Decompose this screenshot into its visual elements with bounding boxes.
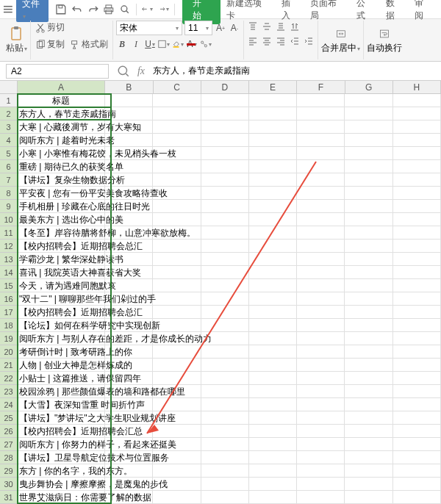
cell[interactable] xyxy=(345,292,392,306)
cell[interactable] xyxy=(393,411,441,425)
cell[interactable] xyxy=(297,213,345,226)
redo-icon[interactable] xyxy=(87,4,99,15)
cell[interactable]: 平安夜 | 您有一份平安美食攻略待查收 xyxy=(18,187,105,200)
border-icon[interactable]: ▾ xyxy=(158,38,170,50)
cell[interactable] xyxy=(201,372,249,385)
align-left-icon[interactable] xyxy=(247,35,259,47)
column-header-A[interactable]: A xyxy=(18,81,105,93)
cell[interactable]: 重磅 | 期待已久的获奖名单 xyxy=(18,160,105,173)
cell[interactable]: 【讲坛】卫星导航定位技术与位置服务 xyxy=(18,451,105,464)
cell[interactable] xyxy=(297,372,345,385)
row-header[interactable]: 16 xyxy=(0,292,17,306)
auto-wrap-icon[interactable] xyxy=(376,26,392,42)
cell[interactable]: 东方 | 你的名字，我的东方。 xyxy=(18,464,105,478)
cell[interactable] xyxy=(153,279,201,292)
cell[interactable] xyxy=(345,491,392,504)
cell[interactable]: 手机相册 | 珍藏在心底的往日时光 xyxy=(18,200,105,213)
cell[interactable] xyxy=(297,451,345,464)
cell[interactable]: 喜讯 | 我院英语大神喜获省大奖 xyxy=(18,266,105,279)
paste-icon[interactable] xyxy=(9,26,25,42)
row-header[interactable]: 21 xyxy=(0,359,17,372)
row-header[interactable]: 13 xyxy=(0,253,17,266)
cell[interactable] xyxy=(297,478,345,491)
cell[interactable] xyxy=(249,160,297,173)
cell[interactable] xyxy=(249,266,297,279)
align-right-icon[interactable] xyxy=(275,35,287,47)
cell[interactable] xyxy=(393,160,441,173)
cell[interactable] xyxy=(393,345,441,359)
row-header[interactable]: 20 xyxy=(0,345,17,359)
cell[interactable] xyxy=(393,200,441,213)
row-header[interactable]: 9 xyxy=(0,200,17,213)
row-header[interactable]: 31 xyxy=(0,491,17,504)
undo-icon[interactable] xyxy=(71,4,83,15)
cell[interactable]: 曳步舞协会 | 摩擦摩擦，是魔鬼的步伐 xyxy=(18,478,105,491)
row-header[interactable]: 11 xyxy=(0,226,17,240)
cell[interactable] xyxy=(297,107,345,120)
cell[interactable] xyxy=(393,491,441,504)
cell[interactable] xyxy=(393,173,441,187)
cell[interactable] xyxy=(297,134,345,147)
row-header[interactable]: 12 xyxy=(0,240,17,253)
underline-icon[interactable]: U▾ xyxy=(144,38,156,50)
italic-icon[interactable]: I xyxy=(130,38,142,50)
cell[interactable] xyxy=(249,187,297,200)
merge-center-icon[interactable] xyxy=(333,26,349,42)
cell[interactable] xyxy=(201,345,249,359)
row-header[interactable]: 17 xyxy=(0,306,17,319)
bold-icon[interactable]: B xyxy=(116,38,128,50)
row-header[interactable]: 27 xyxy=(0,438,17,451)
row-header[interactable]: 8 xyxy=(0,187,17,200)
cell[interactable] xyxy=(393,464,441,478)
row-header[interactable]: 30 xyxy=(0,478,17,491)
cell[interactable] xyxy=(297,266,345,279)
cell[interactable] xyxy=(297,187,345,200)
align-center-icon[interactable] xyxy=(261,35,273,47)
cell[interactable] xyxy=(345,107,392,120)
cell[interactable] xyxy=(393,279,441,292)
cell[interactable] xyxy=(393,187,441,200)
increase-font-icon[interactable]: A+ xyxy=(215,22,226,34)
format-painter-button[interactable]: 格式刷 xyxy=(68,37,110,51)
cell[interactable] xyxy=(201,173,249,187)
cell[interactable] xyxy=(297,385,345,398)
cell[interactable] xyxy=(345,438,392,451)
cell[interactable] xyxy=(345,306,392,319)
cell[interactable] xyxy=(249,345,297,359)
cell[interactable] xyxy=(297,398,345,411)
cell[interactable]: 【校内招聘会】近期招聘会总汇 xyxy=(18,306,105,319)
row-header[interactable]: 14 xyxy=(0,266,17,279)
print-icon[interactable] xyxy=(103,4,115,15)
cell[interactable] xyxy=(153,266,201,279)
cell[interactable]: 阅听东方 | 与别人存在的差距，才是你成长的动力 xyxy=(18,332,105,345)
font-color-icon[interactable]: A▾ xyxy=(186,38,198,50)
row-header[interactable]: 10 xyxy=(0,213,17,226)
cell[interactable] xyxy=(201,253,249,266)
cell[interactable] xyxy=(297,438,345,451)
cell[interactable]: 【论坛】如何在科学研究中实现创新 xyxy=(18,319,105,332)
cell[interactable] xyxy=(249,359,297,372)
cell[interactable] xyxy=(201,478,249,491)
cell[interactable] xyxy=(297,319,345,332)
cut-button[interactable]: 剪切 xyxy=(34,21,110,35)
cell[interactable] xyxy=(345,372,392,385)
align-bottom-icon[interactable] xyxy=(275,21,287,32)
row-header[interactable]: 6 xyxy=(0,160,17,173)
cell[interactable] xyxy=(297,292,345,306)
cell[interactable] xyxy=(201,226,249,240)
auto-wrap-button[interactable]: 自动换行 xyxy=(367,42,402,54)
cell[interactable] xyxy=(249,491,297,504)
cell[interactable] xyxy=(345,279,392,292)
cell[interactable] xyxy=(153,134,201,147)
cell[interactable]: "双十二" | 聊聊那些年我们剁过的手 xyxy=(18,292,105,306)
cell[interactable] xyxy=(345,464,392,478)
app-menu-icon[interactable] xyxy=(3,4,13,15)
cell[interactable] xyxy=(345,332,392,345)
cell[interactable]: 校园涂鸦 | 那些颜值爆表的墙和路都在哪里 xyxy=(18,385,105,398)
fx-icon[interactable]: fx xyxy=(135,65,148,78)
cell[interactable]: 小贴士 | 这篇推送，请保留四年 xyxy=(18,372,105,385)
cell[interactable] xyxy=(345,345,392,359)
cell[interactable]: 东方人，春节走亲戚指南 xyxy=(18,107,105,120)
cell[interactable] xyxy=(249,213,297,226)
cell[interactable] xyxy=(201,240,249,253)
